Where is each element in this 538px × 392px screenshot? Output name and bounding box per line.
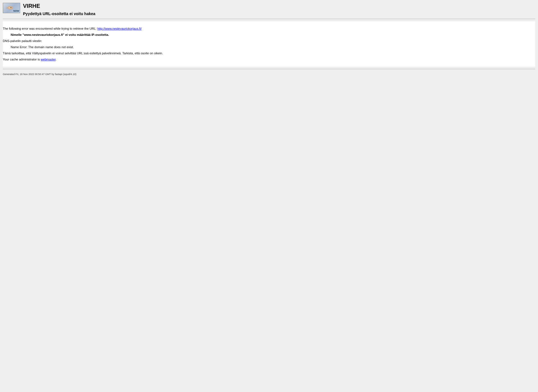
intro-paragraph: The following error was encountered whil…: [3, 27, 535, 30]
divider-bottom: [3, 69, 535, 69]
svg-point-2: [11, 7, 11, 8]
error-title: VIRHE: [23, 3, 95, 9]
admin-suffix: .: [56, 58, 57, 61]
header-text-block: VIRHE Pyydettyä URL-osoitetta ei voitu h…: [23, 3, 95, 16]
error-content: The following error was encountered whil…: [3, 21, 535, 67]
admin-paragraph: Your cache administrator is webmaster.: [3, 58, 535, 61]
footer: Generated Fri, 18 Nov 2022 00:50:47 GMT …: [3, 71, 535, 77]
error-subtitle: Pyydettyä URL-osoitetta ei voitu hakea: [23, 11, 95, 16]
dns-label: DNS-palvelin palautti viestin:: [3, 39, 535, 43]
icon-label: NOW: [13, 10, 19, 12]
generated-timestamp: Generated Fri, 18 Nov 2022 00:50:47 GMT …: [3, 73, 76, 76]
divider-top: [3, 19, 535, 19]
error-message-bold: Nimelle "www.nestevauriokorjaus.fi" ei v…: [11, 33, 535, 36]
admin-text: Your cache administrator is: [3, 58, 41, 61]
error-header: NOW VIRHE Pyydettyä URL-osoitetta ei voi…: [3, 3, 535, 16]
svg-point-1: [8, 7, 12, 9]
squid-now-icon: NOW: [3, 3, 20, 13]
requested-url-link[interactable]: http://www.nestevauriokorjaus.fi/: [98, 27, 142, 30]
explanation-text: Tämä tarkoittaa, että Välityspalvelin ei…: [3, 52, 535, 55]
webmaster-link[interactable]: webmaster: [41, 58, 55, 61]
intro-text: The following error was encountered whil…: [3, 27, 98, 30]
dns-error-detail: Name Error: The domain name does not exi…: [11, 45, 535, 49]
